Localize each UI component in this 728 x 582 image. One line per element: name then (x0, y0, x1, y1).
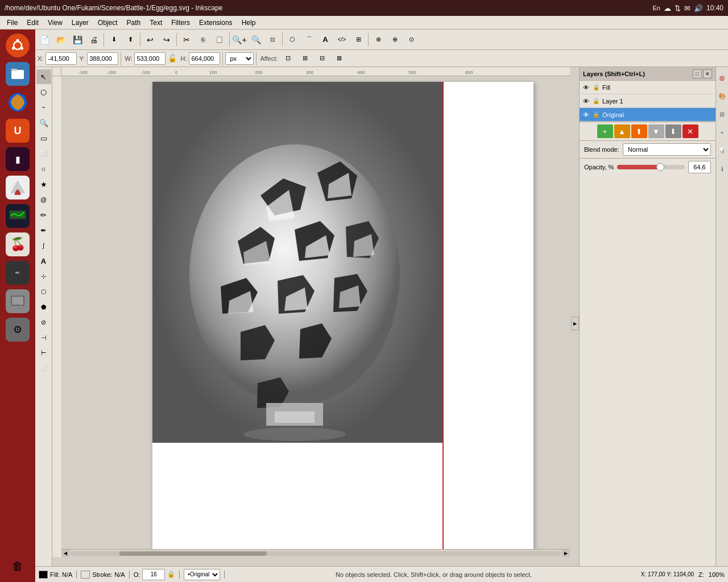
pencil-tool[interactable]: ✏ (36, 207, 51, 222)
w-input[interactable] (134, 52, 166, 65)
lock-sb-icon[interactable]: 🔒 (167, 571, 175, 578)
opacity-slider[interactable] (617, 165, 685, 169)
opacity-sb-input[interactable] (142, 569, 165, 580)
layers-float-button[interactable]: □ (693, 69, 702, 78)
connector-tool[interactable]: ⊣ (36, 330, 51, 345)
menu-help[interactable]: Help (237, 18, 260, 28)
menu-text[interactable]: Text (145, 18, 167, 28)
bezier-button[interactable]: ⌒ (301, 32, 317, 48)
import-button[interactable]: ⬇ (106, 32, 122, 48)
export-button[interactable]: ⬆ (122, 32, 138, 48)
dock-firefox[interactable] (4, 89, 31, 116)
layer1-eye[interactable]: 👁 (582, 97, 590, 105)
zoom-in-button[interactable]: 🔍+ (231, 32, 247, 48)
dock-monitor[interactable] (4, 202, 31, 230)
dock-wacom[interactable]: ✏ (4, 259, 31, 286)
menu-object[interactable]: Object (93, 18, 122, 28)
h-input[interactable] (189, 52, 220, 65)
lock-ratio-icon[interactable]: 🔓 (167, 54, 178, 63)
snap-icon-button[interactable]: ⊗ (717, 69, 727, 86)
original-lock[interactable]: 🔒 (592, 111, 600, 119)
dock-cherries[interactable]: 🍒 (4, 231, 31, 258)
collapse-button[interactable]: ▶ (571, 317, 579, 330)
layer1-lock[interactable]: 🔒 (592, 97, 600, 105)
layer-bottom-button[interactable]: ⬇ (665, 124, 681, 138)
rect-tool[interactable]: ▭ (36, 131, 51, 146)
zoom-tool[interactable]: 🔍 (36, 115, 51, 130)
copy-button[interactable]: ⎘ (195, 32, 211, 48)
layer-up-button[interactable]: ▲ (614, 124, 630, 138)
cut-button[interactable]: ✂ (179, 32, 195, 48)
print-button[interactable]: 🖨 (86, 32, 102, 48)
scroll-left-button[interactable]: ◀ (61, 550, 69, 558)
dock-settings[interactable]: ⚙ (4, 316, 31, 343)
dock-terminal[interactable]: ▮ (4, 146, 31, 173)
info-icon-button[interactable]: ℹ (717, 160, 727, 177)
menu-path[interactable]: Path (122, 18, 146, 28)
align-button[interactable]: ⊞ (350, 32, 366, 48)
layer-fill-eye[interactable]: 👁 (582, 84, 590, 92)
measure-tool[interactable]: ⊢ (36, 346, 51, 360)
dock-storage[interactable] (4, 288, 31, 315)
affect-skew-button[interactable]: ⊟ (314, 51, 330, 66)
canvas-viewport[interactable]: ◀ ▶ ▶ (61, 76, 579, 557)
layers-close-button[interactable]: ✕ (703, 69, 712, 78)
gradient-tool[interactable]: ⬜ (36, 361, 51, 376)
node-tool[interactable]: ⬡ (36, 85, 51, 99)
layer-top-button[interactable]: ⬆ (631, 124, 647, 138)
zoom-fit-button[interactable]: ⊡ (264, 32, 280, 48)
affect-transform-button[interactable]: ⊠ (331, 51, 347, 66)
h-scrollbar[interactable]: ◀ ▶ (61, 549, 570, 557)
menu-extensions[interactable]: Extensions (195, 18, 237, 28)
calligraphy-tool[interactable]: ∫ (36, 238, 51, 253)
dock-inkscape[interactable] (4, 174, 31, 201)
pen-tool[interactable]: ✒ (36, 223, 51, 238)
snap-bbox-button[interactable]: ⊕ (387, 32, 403, 48)
dock-ubuntu[interactable] (4, 32, 31, 59)
dock-files[interactable] (4, 60, 31, 88)
guide-icon-button[interactable]: + (717, 124, 727, 141)
dropper-tool[interactable]: ⊘ (36, 315, 51, 330)
scroll-right-button[interactable]: ▶ (562, 550, 570, 558)
menu-edit[interactable]: Edit (22, 18, 43, 28)
y-input[interactable] (87, 52, 118, 65)
delete-layer-button[interactable]: ✕ (682, 124, 698, 138)
menu-view[interactable]: View (43, 18, 67, 28)
new-button[interactable]: 📄 (36, 32, 52, 48)
spiral-tool[interactable]: @ (36, 192, 51, 207)
undo-button[interactable]: ↩ (142, 32, 158, 48)
grid-icon-button[interactable]: ⊞ (717, 106, 727, 123)
paint-tool[interactable]: ⬟ (36, 300, 51, 314)
units-select[interactable]: pxmmcmin (225, 52, 254, 65)
text-tool-button[interactable]: A (317, 32, 333, 48)
affect-size-button[interactable]: ⊞ (297, 51, 313, 66)
opacity-handle[interactable] (656, 163, 664, 171)
xml-editor-button[interactable]: </> (334, 32, 350, 48)
menu-filters[interactable]: Filters (167, 18, 195, 28)
selector-tool[interactable]: ↖ (36, 69, 51, 84)
star-tool[interactable]: ★ (36, 177, 51, 192)
eraser-tool[interactable]: ⬡ (36, 284, 51, 299)
canvas-area[interactable]: -100 -200 -100 0 100 200 300 400 500 600 (52, 67, 579, 566)
chart-icon-button[interactable]: 📊 (717, 142, 727, 159)
snap-global-button[interactable]: ⊗ (370, 32, 386, 48)
x-input[interactable] (46, 52, 77, 65)
zoom-out-button[interactable]: 🔍 (248, 32, 264, 48)
palette-icon-button[interactable]: 🎨 (717, 88, 727, 105)
add-layer-button[interactable]: + (597, 124, 613, 138)
tweak-tool[interactable]: ~ (36, 100, 51, 115)
save-button[interactable]: 💾 (69, 32, 85, 48)
menu-layer[interactable]: Layer (67, 18, 93, 28)
circle-tool[interactable]: ○ (36, 161, 51, 176)
layer-down-button[interactable]: ▼ (648, 124, 664, 138)
snap-nodes-button[interactable]: ⊙ (403, 32, 419, 48)
text-tool-side[interactable]: A (36, 253, 51, 268)
layer-original[interactable]: 👁 🔒 Original (580, 108, 715, 122)
opacity-value-input[interactable] (688, 161, 711, 173)
paste-button[interactable]: 📋 (212, 32, 228, 48)
open-button[interactable]: 📂 (53, 32, 69, 48)
layer-sb-select[interactable]: •Original Layer 1 Fill (184, 569, 220, 580)
original-eye[interactable]: 👁 (582, 111, 590, 119)
blend-select[interactable]: Normal Multiply Screen Overlay Darken Li… (623, 143, 711, 156)
layer-fill[interactable]: 👁 🔒 Fill (580, 81, 715, 94)
